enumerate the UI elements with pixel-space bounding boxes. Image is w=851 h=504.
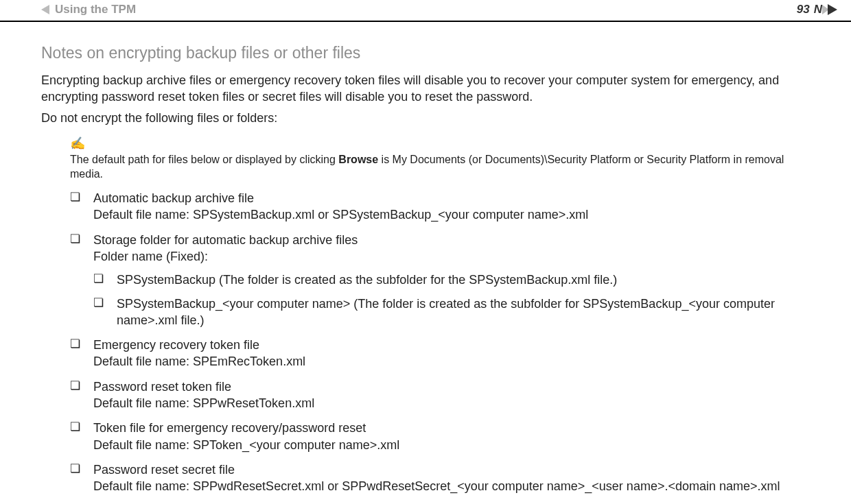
note-block: ✍ The default path for files below or di… [70,136,810,182]
list-item: Automatic backup archive file Default fi… [70,190,810,224]
note-text: The default path for files below or disp… [70,152,810,182]
item-sub: Default file name: SPEmRecToken.xml [93,353,810,370]
section-title: Notes on encrypting backup files or othe… [41,44,810,62]
header-left: Using the TPM [41,3,136,16]
item-sub: Default file name: SPPwdResetSecret.xml … [93,478,810,494]
page-content: Notes on encrypting backup files or othe… [0,22,851,495]
item-sub: Default file name: SPSystemBackup.xml or… [93,206,810,223]
item-title: Emergency recovery token file [93,337,810,353]
item-sub: Default file name: SPPwResetToken.xml [93,395,810,411]
sub-list-item: SPSystemBackup (The folder is created as… [93,272,810,288]
item-title: Storage folder for automatic backup arch… [93,232,810,248]
item-title: Password reset secret file [93,461,810,478]
intro-paragraph-1: Encrypting backup archive files or emerg… [41,72,810,106]
list-item: Token file for emergency recovery/passwo… [70,420,810,453]
breadcrumb: Using the TPM [55,3,136,16]
item-sub: Default file name: SPToken_<your compute… [93,437,810,453]
list-item: Password reset secret file Default file … [70,461,810,495]
item-title: Token file for emergency recovery/passwo… [93,420,810,436]
list-item: Emergency recovery token file Default fi… [70,337,810,370]
intro-paragraph-2: Do not encrypt the following files or fo… [41,110,810,126]
note-icon: ✍ [70,136,810,151]
list-item: Storage folder for automatic backup arch… [70,232,810,328]
item-title: Automatic backup archive file [93,190,810,206]
note-bold: Browse [338,154,378,165]
item-sub: Folder name (Fixed): [93,248,810,265]
list-item: Password reset token file Default file n… [70,379,810,412]
item-title: Password reset token file [93,379,810,395]
header-right: 93 N [797,3,837,16]
nav-next[interactable]: N [814,3,837,16]
note-pre: The default path for files below or disp… [70,154,338,165]
file-list: Automatic backup archive file Default fi… [70,190,810,494]
page-number: 93 [797,3,810,16]
sub-list: SPSystemBackup (The folder is created as… [93,272,810,328]
nav-next-icon [828,4,837,15]
nav-prev-icon[interactable] [41,5,49,14]
page-header: Using the TPM 93 N [0,0,851,22]
sub-list-item: SPSystemBackup_<your computer name> (The… [93,296,810,329]
nav-next-label: N [814,3,822,16]
